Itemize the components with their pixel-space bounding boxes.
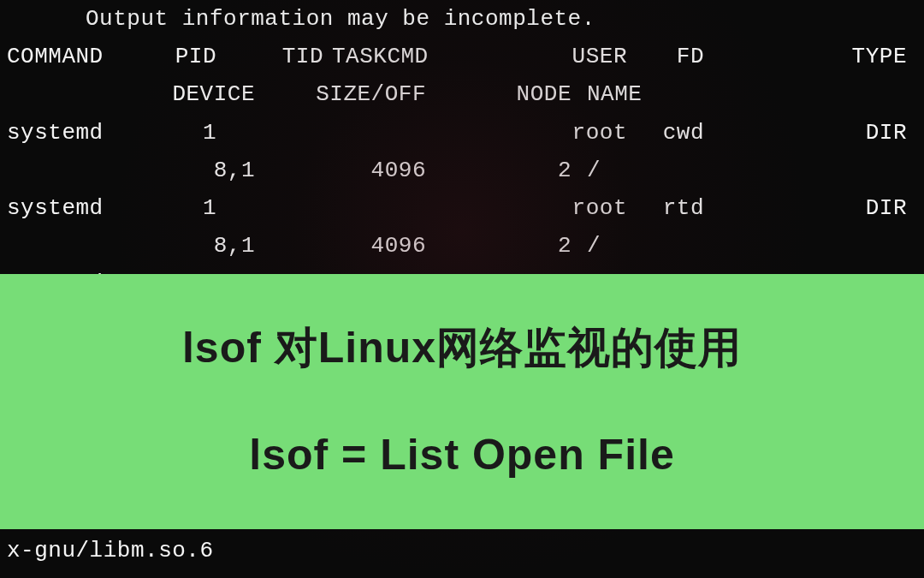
lsof-header-row-1: COMMAND PID TID TASKCMD USER FD TYPE — [0, 38, 924, 75]
cell-pid: 1 — [122, 189, 242, 227]
cell-taskcmd — [323, 114, 546, 152]
header-tid: TID — [242, 38, 323, 75]
cell-pid: 1 — [122, 114, 242, 152]
cell-node: 2 — [426, 227, 572, 265]
lsof-header-row-2: DEVICE SIZE/OFF NODE NAME — [0, 75, 924, 113]
cell-command: systemd — [7, 189, 122, 227]
cell-user: root — [546, 114, 627, 152]
title-banner: lsof 对Linux网络监视的使用 lsof = List Open File — [0, 274, 924, 529]
cell-node: 2 — [426, 152, 572, 189]
cell-sizeoff: 4096 — [281, 152, 426, 189]
banner-title-line1: lsof 对Linux网络监视的使用 — [182, 312, 742, 384]
cell-type: DIR — [704, 189, 917, 227]
header-type: TYPE — [704, 38, 917, 75]
warning-message: Output information may be incomplete. — [0, 0, 924, 38]
cell-device: 8,1 — [7, 152, 281, 189]
header-node: NODE — [426, 75, 572, 113]
table-row: systemd 1 root cwd DIR — [0, 114, 924, 152]
header-pid: PID — [122, 38, 242, 75]
cell-fd: rtd — [627, 189, 704, 227]
cell-taskcmd — [323, 189, 546, 227]
cell-fd: cwd — [627, 114, 704, 152]
cell-tid — [242, 114, 323, 152]
cell-user: root — [546, 189, 627, 227]
cell-command: systemd — [7, 114, 122, 152]
cell-sizeoff: 4096 — [281, 227, 426, 265]
header-taskcmd: TASKCMD — [323, 38, 546, 75]
header-device: DEVICE — [7, 75, 281, 113]
table-row: 8,1 4096 2 / — [0, 227, 924, 265]
header-user: USER — [546, 38, 627, 75]
cell-name: / — [572, 227, 917, 265]
header-command: COMMAND — [7, 38, 122, 75]
cell-type: DIR — [704, 114, 917, 152]
banner-title-line2: lsof = List Open File — [249, 419, 674, 492]
header-sizeoff: SIZE/OFF — [281, 75, 426, 113]
cell-tid — [242, 189, 323, 227]
header-fd: FD — [627, 38, 704, 75]
bottom-text-fragment: x-gnu/libm.so.6 — [7, 532, 214, 569]
header-name: NAME — [572, 75, 917, 113]
cell-device: 8,1 — [7, 227, 281, 265]
terminal-output: Output information may be incomplete. CO… — [0, 0, 924, 578]
cell-name: / — [572, 152, 917, 189]
table-row: systemd 1 root rtd DIR — [0, 189, 924, 227]
table-row: 8,1 4096 2 / — [0, 152, 924, 189]
